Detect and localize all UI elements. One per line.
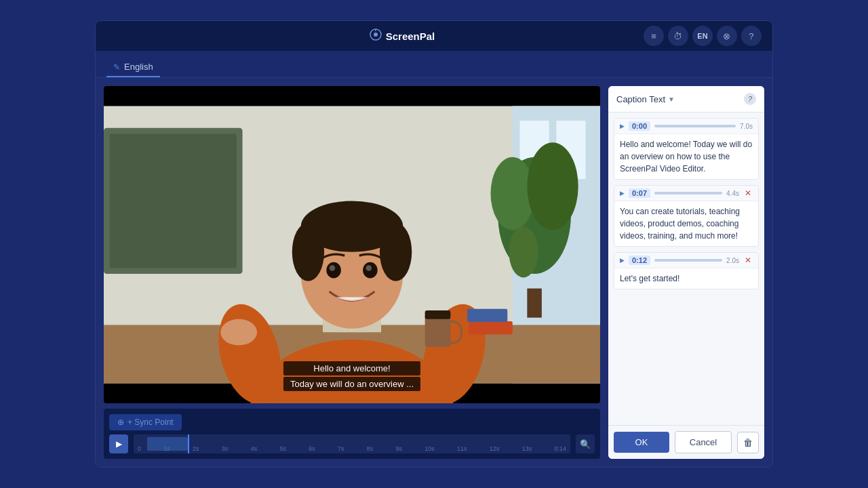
help-icon-btn[interactable]: ? [741, 26, 762, 46]
cancel-button[interactable]: Cancel [675, 431, 732, 453]
history-icon-btn[interactable]: ⏱ [668, 26, 688, 46]
play-button[interactable]: ▶ [109, 434, 128, 453]
sync-point-plus-icon: ⊕ [117, 418, 124, 427]
caption-play-icon-2[interactable]: ▶ [620, 190, 625, 197]
timeline-controls: ▶ 0 1s 2s 3s 4s 5s 6s [109, 434, 595, 453]
menu-icon: ≡ [651, 31, 656, 41]
sync-point-button[interactable]: ⊕ + Sync Point [109, 414, 182, 430]
tick-11s: 11s [457, 445, 467, 452]
language-label: EN [697, 32, 707, 40]
tick-5s: 5s [279, 445, 286, 452]
subtitle-overlay: Hello and welcome! Today we will do an o… [283, 361, 420, 392]
delete-button[interactable]: 🗑 [737, 432, 759, 453]
caption-panel: Caption Text ▼ ? ▶ 0:00 7.0s Hello and w… [608, 86, 764, 459]
tick-13s: 13s [522, 445, 532, 452]
caption-item-header-2: ▶ 0:07 4.4s ✕ [614, 186, 758, 201]
video-container: Hello and welcome! Today we will do an o… [104, 86, 600, 403]
ok-button[interactable]: OK [614, 432, 669, 453]
caption-footer: OK Cancel 🗑 [608, 425, 764, 459]
caption-text-1[interactable]: Hello and welcome! Today we will do an o… [614, 134, 758, 179]
app-logo-area: ScreenPal [370, 28, 435, 43]
caption-title-area[interactable]: Caption Text ▼ [616, 94, 675, 104]
svg-point-24 [330, 265, 336, 271]
svg-rect-32 [467, 309, 507, 322]
top-bar: ScreenPal ≡ ⏱ EN ⊗ ? [96, 21, 772, 51]
search-button[interactable]: 🔍 [576, 434, 595, 453]
caption-delete-btn-2[interactable]: ✕ [743, 188, 753, 198]
caption-play-icon-1[interactable]: ▶ [620, 123, 625, 129]
left-panel: Hello and welcome! Today we will do an o… [104, 86, 600, 459]
layers-icon: ⊗ [723, 31, 730, 41]
tab-english[interactable]: ✎ English [106, 58, 160, 77]
svg-point-11 [527, 142, 578, 230]
video-scene [104, 86, 600, 403]
tab-english-label: English [124, 62, 153, 72]
tick-labels: 0 1s 2s 3s 4s 5s 6s 7s 8s 9s 10s 11s [134, 445, 570, 452]
svg-point-25 [366, 265, 372, 271]
menu-icon-btn[interactable]: ≡ [644, 26, 664, 46]
tick-8s: 8s [367, 445, 374, 452]
caption-time-1: 0:00 [629, 121, 650, 131]
caption-time-3: 0:12 [629, 256, 650, 265]
caption-dropdown-icon: ▼ [668, 96, 675, 103]
caption-text-3[interactable]: Let's get started! [614, 268, 758, 289]
trash-icon: 🗑 [743, 437, 753, 448]
caption-duration-1: 7.0s [740, 123, 753, 130]
tick-end: 0:14 [554, 445, 566, 452]
app-title: ScreenPal [386, 30, 435, 42]
caption-list: ▶ 0:00 7.0s Hello and welcome! Today we … [608, 113, 764, 425]
svg-point-28 [220, 319, 257, 346]
svg-rect-31 [469, 321, 513, 334]
caption-item: ▶ 0:00 7.0s Hello and welcome! Today we … [614, 118, 759, 180]
caption-play-icon-3[interactable]: ▶ [620, 257, 625, 264]
timeline-area: ⊕ + Sync Point ▶ 0 1s 2s [104, 409, 600, 459]
tick-2s: 2s [193, 445, 199, 452]
tick-1s: 1s [163, 445, 170, 452]
timeline-track[interactable]: 0 1s 2s 3s 4s 5s 6s 7s 8s 9s 10s 11s [134, 434, 570, 453]
caption-item-2: ▶ 0:07 4.4s ✕ You can create tutorials, … [614, 185, 759, 247]
caption-bar-1 [654, 125, 736, 127]
caption-delete-btn-3[interactable]: ✕ [743, 256, 753, 265]
caption-item-3: ▶ 0:12 2.0s ✕ Let's get started! [614, 252, 759, 289]
tick-4s: 4s [251, 445, 258, 452]
svg-rect-30 [425, 310, 451, 319]
search-icon: 🔍 [580, 439, 591, 449]
history-icon: ⏱ [673, 31, 682, 41]
caption-item-header-3: ▶ 0:12 2.0s ✕ [614, 253, 758, 268]
svg-point-20 [292, 223, 324, 281]
caption-title: Caption Text [616, 94, 665, 104]
help-icon: ? [749, 31, 753, 41]
tick-12s: 12s [490, 445, 500, 452]
svg-point-1 [374, 33, 378, 37]
layers-icon-btn[interactable]: ⊗ [717, 26, 737, 46]
caption-bar-2 [654, 192, 722, 195]
caption-text-2[interactable]: You can create tutorials, teaching video… [614, 201, 758, 246]
top-bar-actions: ≡ ⏱ EN ⊗ ? [644, 26, 762, 46]
main-content: Hello and welcome! Today we will do an o… [96, 78, 772, 467]
caption-duration-3: 2.0s [726, 257, 739, 264]
tick-3s: 3s [222, 445, 229, 452]
tick-10s: 10s [425, 445, 435, 452]
caption-time-2: 0:07 [629, 188, 650, 198]
tab-bar: ✎ English [96, 51, 772, 78]
tick-6s: 6s [309, 445, 315, 452]
caption-duration-2: 4.4s [726, 190, 739, 197]
tick-0: 0 [138, 445, 141, 452]
edit-icon: ✎ [113, 62, 120, 72]
tick-9s: 9s [396, 445, 403, 452]
caption-help-btn[interactable]: ? [744, 93, 756, 105]
svg-rect-13 [527, 289, 542, 318]
caption-header: Caption Text ▼ ? [608, 86, 764, 113]
caption-bar-3 [654, 259, 722, 262]
svg-point-12 [509, 226, 538, 277]
timeline-playhead [188, 434, 189, 453]
caption-item-header-1: ▶ 0:00 7.0s [614, 119, 758, 134]
svg-rect-5 [110, 134, 237, 268]
screenpal-logo-icon [370, 28, 382, 43]
svg-point-21 [380, 223, 412, 281]
tick-7s: 7s [338, 445, 344, 452]
sync-point-label: + Sync Point [127, 418, 174, 427]
subtitle-line-2: Today we will do an overview ... [283, 377, 420, 391]
play-icon: ▶ [116, 439, 122, 449]
language-btn[interactable]: EN [692, 26, 713, 46]
